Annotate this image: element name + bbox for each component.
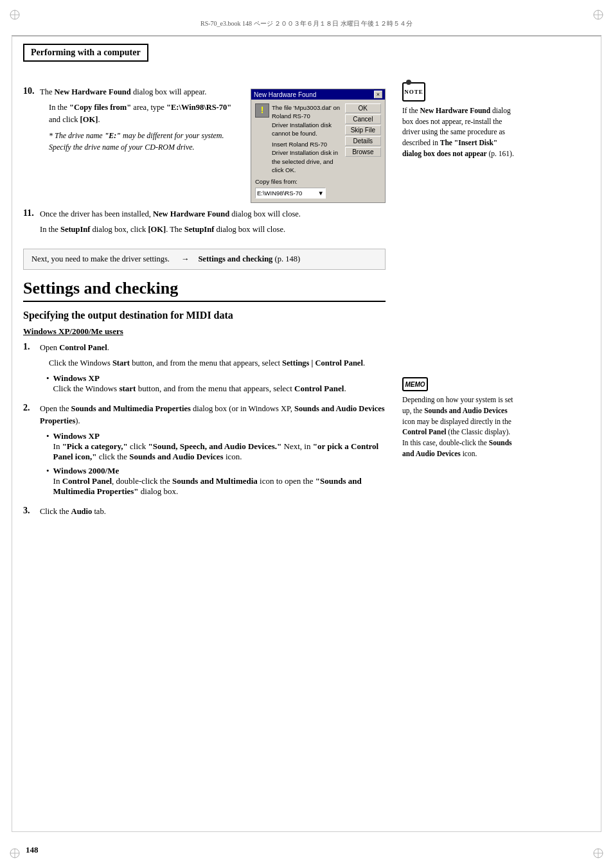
dialog-cancel-btn[interactable]: Cancel [345, 114, 381, 124]
bullet2-2kme: • Windows 2000/Me In Control Panel, doub… [46, 466, 386, 497]
new-hardware-found-bold: New Hardware Found [55, 87, 131, 96]
dialog-details-btn[interactable]: Details [345, 136, 381, 146]
sad-memo-bold2: Sounds and Audio Devices [402, 439, 512, 457]
dialog-skipfile-btn[interactable]: Skip File [345, 125, 381, 135]
xp-text2: In "Pick a category," click "Sound, Spee… [53, 441, 379, 461]
bullet-xp: • Windows XP Click the Windows start but… [46, 373, 386, 394]
section1-title-area: Performing with a computer [23, 44, 386, 73]
bullet2-xp: • Windows XP In "Pick a category," click… [46, 431, 386, 462]
sad-bold: Sounds and Audio Devices [129, 452, 223, 461]
ref-link: Settings and checking (p. 148) [198, 254, 300, 264]
dialog-ok-btn[interactable]: OK [345, 103, 381, 113]
right-rule [601, 36, 601, 832]
dialog-line1: The file 'Mpu3003.dat' on Roland RS-70 [272, 103, 342, 121]
step3-text: Click the Audio tab. [40, 506, 386, 518]
audio-bold: Audio [71, 507, 93, 516]
step1-num: 1. [23, 342, 39, 352]
bullet2-2kme-content: Windows 2000/Me In Control Panel, double… [53, 466, 386, 497]
ok-bold: [OK] [80, 115, 98, 124]
page-number: 148 [26, 845, 39, 855]
step3: 3. Click the Audio tab. [23, 506, 386, 521]
start-bold-xp: start [119, 384, 136, 393]
dialog-titlebar: New Hardware Found × [251, 89, 385, 100]
reg-mark-bl [9, 847, 21, 859]
ref-box: Next, you need to make the driver settin… [23, 249, 386, 270]
copy-files-value: E:\WIN98\RS-70 [257, 189, 302, 197]
ref-arrow: → [181, 254, 190, 264]
bullet-xp-content: Windows XP Click the Windows start butto… [53, 373, 386, 394]
settings-cp-bold: Settings | Control Panel [282, 359, 363, 368]
setupinf-bold2: SetupInf [184, 225, 215, 234]
copy-files-label: Copy files from: [255, 177, 342, 186]
step1-open: Open Control Panel. [40, 342, 386, 354]
step11-para1: Once the driver has been installed, New … [40, 208, 386, 220]
dialog-title-text: New Hardware Found [254, 91, 316, 98]
xp-label2: Windows XP [53, 431, 100, 441]
bullet2-xp-content: Windows XP In "Pick a category," click "… [53, 431, 386, 462]
note-icon-img: NOTE [402, 82, 425, 102]
dialog-left: ! The file 'Mpu3003.dat' on Roland RS-70… [255, 103, 342, 199]
step11: 11. Once the driver has been installed, … [23, 208, 386, 240]
bullet-dot2-2kme: • [46, 466, 49, 497]
nhf-bold2: New Hardware Found [153, 209, 229, 218]
dialog-line3: Insert Roland RS-70 Driver Installation … [272, 140, 342, 157]
nhf-note-bold: New Hardware Found [420, 107, 490, 114]
xp-text: Click the Windows start button, and from… [53, 384, 346, 393]
xp-label: Windows XP [53, 373, 100, 383]
step1-content: Open Control Panel. Click the Windows St… [40, 342, 386, 398]
step10-area: New Hardware Found × ! The file 'Mpu3003… [23, 86, 386, 203]
step2-main: Open the Sounds and Multimedia Propertie… [40, 403, 386, 428]
step10: 10. The New Hardware Found dialog box wi… [23, 86, 244, 157]
section1-title-box: Performing with a computer [23, 44, 148, 62]
dialog-buttons: OK Cancel Skip File Details Browse [345, 103, 381, 199]
memo-box: MEMO Depending on how your system is set… [402, 377, 518, 459]
step3-num: 3. [23, 506, 39, 516]
step2-num: 2. [23, 403, 39, 413]
control-panel-bold: Control Panel [59, 343, 107, 352]
step1-sub1: Click the Windows Start button, and from… [49, 357, 386, 369]
dialog-message: The file 'Mpu3003.dat' on Roland RS-70 D… [272, 103, 342, 174]
cp-bold-2kme: Control Panel [62, 476, 112, 486]
bullet-dot2-xp: • [46, 431, 49, 462]
dialog-top-row: ! The file 'Mpu3003.dat' on Roland RS-70… [255, 103, 342, 174]
users-heading: Windows XP/2000/Me users [23, 326, 386, 337]
right-column: NOTE If the New Hardware Found dialog bo… [396, 44, 518, 829]
step11-para2: In the SetupInf dialog box, click [OK]. … [40, 224, 386, 236]
2kme-text: In Control Panel, double-click the Sound… [53, 476, 362, 496]
pick-cat-bold: "Pick a category," [62, 441, 128, 451]
sad-memo-bold1: Sounds and Audio Devices [424, 407, 507, 414]
step11-num: 11. [23, 208, 39, 218]
sub-heading: Specifying the output destination for MI… [23, 310, 386, 321]
reg-mark-br [592, 847, 604, 859]
step10-asterisk: * The drive name "E:" may be different f… [49, 130, 244, 153]
cp-bold-xp: Control Panel [294, 384, 344, 393]
memo-label: MEMO [405, 381, 425, 388]
ref-text: Next, you need to make the driver settin… [31, 254, 170, 264]
dialog-box: New Hardware Found × ! The file 'Mpu3003… [251, 89, 386, 203]
step2-content: Open the Sounds and Multimedia Propertie… [40, 403, 386, 500]
dialog-close-btn[interactable]: × [374, 91, 382, 98]
setupinf-bold1: SetupInf [60, 225, 91, 234]
dialog-main-row: ! The file 'Mpu3003.dat' on Roland RS-70… [255, 103, 381, 199]
step10-num: 10. [23, 86, 39, 96]
copy-files-dropdown[interactable]: E:\WIN98\RS-70 ▼ [255, 188, 326, 199]
note-label: NOTE [404, 89, 423, 95]
smp-bold: Sounds and Multimedia Properties [71, 404, 191, 413]
header-text: RS-70_e3.book 148 ページ ２００３年６月１８日 水曜日 午後１… [200, 19, 413, 28]
step10-copy-from: In the "Copy files from" area, type "E:\… [49, 102, 244, 126]
insert-disk-bold: The "Insert Disk" dialog box does not ap… [402, 139, 497, 157]
dialog-browse-btn[interactable]: Browse [345, 147, 381, 157]
ref-link-bold: Settings and checking [198, 254, 272, 263]
sm-bold: Sounds and Multimedia [172, 476, 258, 486]
bottom-rule [12, 831, 601, 832]
2kme-label: Windows 2000/Me [53, 466, 120, 475]
bullet-dot-xp: • [46, 373, 49, 394]
step3-content: Click the Audio tab. [40, 506, 386, 521]
note-icon-row: NOTE [402, 82, 518, 102]
header-bar: RS-70_e3.book 148 ページ ２００３年６月１８日 水曜日 午後１… [12, 12, 601, 36]
memo-text: Depending on how your system is set up, … [402, 394, 518, 459]
ok-bold2: [OK] [148, 225, 166, 234]
ssad-bold: "Sound, Speech, and Audio Devices." [148, 441, 282, 451]
step11-content: Once the driver has been installed, New … [40, 208, 386, 240]
step10-intro: The New Hardware Found dialog box will a… [40, 86, 244, 98]
